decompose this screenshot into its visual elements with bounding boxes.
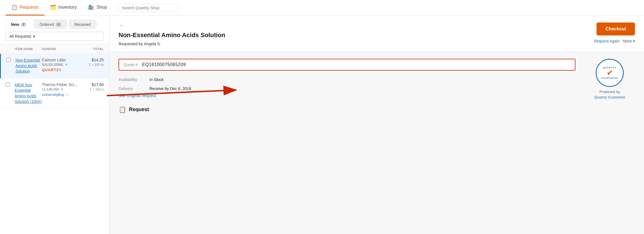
tab-new-badge: 2 <box>21 22 27 27</box>
request-section-header: 📋 Request <box>119 106 635 113</box>
col-name-header: ITEM NAME <box>15 46 42 51</box>
delivery-field: Delivery Receive by Dec 6, 2018 <box>119 84 575 93</box>
quartzy-guarantee-link[interactable]: Quartzy Guarantee <box>594 95 625 99</box>
col-vendor-header: VENDOR <box>42 46 81 51</box>
filter-section: All Requests ▾ <box>0 29 109 44</box>
table-header: ITEM NAME VENDOR TOTAL <box>0 44 109 54</box>
back-arrow-icon[interactable]: → <box>119 22 594 28</box>
tab-new-label: New <box>11 22 19 27</box>
quote-box: Quote # EQ18100075065209 <box>119 59 575 71</box>
nav-requests[interactable]: 📋 Requests <box>6 0 44 15</box>
row-2-total-cell: $17.00 1 × 100 n <box>81 82 104 91</box>
row-2-price: $17.00 <box>81 82 104 87</box>
request-section: 📋 Request <box>110 106 644 125</box>
availability-value: In Stock <box>149 77 164 82</box>
col-total-header: TOTAL <box>81 46 104 51</box>
see-original-link[interactable]: See Original Request <box>119 93 156 98</box>
delivery-label: Delivery <box>119 86 149 91</box>
top-nav: 📋 Requests 🗂️ Inventory 🛍️ Shop <box>0 0 644 16</box>
protected-text: Protected by <box>600 90 620 94</box>
row-2-vendor-name: Thermo Fisher Sci... <box>42 82 81 87</box>
table-row[interactable]: MEM Non Essential Amino Acids Solution (… <box>0 78 109 109</box>
row-2-qty: 1 × 100 n <box>81 87 104 91</box>
row-1-qty: 1 × 100 m <box>81 63 104 67</box>
request-again-link[interactable]: Request Again <box>594 39 620 43</box>
table-rows: Non-Essential Amino Acids Solution Caiss… <box>0 54 109 234</box>
availability-label: Availability <box>119 77 149 82</box>
row-1-checkbox-wrapper <box>6 58 15 63</box>
action-links: Request Again More ▾ <box>594 39 635 43</box>
chevron-down-icon: ▾ <box>33 34 35 39</box>
nav-requests-label: Requests <box>20 5 39 10</box>
detail-title: Non-Essential Amino Acids Solution <box>119 31 231 39</box>
row-1-name-cell: Non-Essential Amino Acids Solution <box>15 58 42 74</box>
row-1-item-name[interactable]: Non-Essential Amino Acids Solution <box>15 58 42 74</box>
row-1-price: $14.25 <box>81 58 104 62</box>
detail-side: QUARTZY ✔ GUARANTEE Protected by Quartzy… <box>584 59 635 99</box>
row-2-checkbox-wrapper <box>6 82 15 88</box>
tab-new[interactable]: New 2 <box>6 20 33 29</box>
nav-shop[interactable]: 🛍️ Shop <box>82 0 112 15</box>
external-link-icon[interactable]: ↗ <box>65 63 67 67</box>
tab-ordered-label: Ordered <box>39 22 54 27</box>
row-2-item-name[interactable]: MEM Non Essential Amino Acids Solution (… <box>15 82 42 104</box>
row-2-vendor-brand: UniversityBuy → <box>42 93 81 97</box>
requests-icon: 📋 <box>11 4 17 10</box>
row-2-name-cell: MEM Non Essential Amino Acids Solution (… <box>15 82 42 104</box>
more-dropdown[interactable]: More ▾ <box>623 39 635 43</box>
nav-inventory-label: Inventory <box>58 5 77 10</box>
requested-by: Requested by Angela S. <box>119 42 594 46</box>
row-1-vendor-name: Caisson Labs <box>42 58 81 62</box>
detail-body: Quote # EQ18100075065209 Availability In… <box>110 52 644 106</box>
checkout-button[interactable]: Checkout <box>597 22 635 35</box>
delivery-value: Receive by Dec 6, 2018 <box>149 86 191 91</box>
col-check-header <box>6 46 15 51</box>
external-link-icon-2[interactable]: ↗ <box>60 87 63 91</box>
row-1-total-cell: $14.25 1 × 100 m <box>81 58 104 67</box>
badge-bottom-text: GUARANTEE <box>601 77 618 79</box>
row-1-checkbox[interactable] <box>6 58 11 62</box>
filter-label: All Requests <box>9 34 31 39</box>
detail-fields: Availability In Stock Delivery Receive b… <box>119 75 575 93</box>
detail-main: Quote # EQ18100075065209 Availability In… <box>119 59 575 99</box>
inventory-icon: 🗂️ <box>50 4 56 10</box>
left-panel: New 2 Ordered 4 Received All Requests ▾ … <box>0 16 110 234</box>
quote-label: Quote # <box>124 62 138 67</box>
right-panel: → Non-Essential Amino Acids Solution Req… <box>110 16 644 234</box>
table-row[interactable]: Non-Essential Amino Acids Solution Caiss… <box>0 54 109 78</box>
row-1-vendor-brand: QUARTZY <box>42 68 81 72</box>
requester-name: Angela S. <box>144 42 161 46</box>
row-1-vendor-sku: NAL03-100ML ↗ <box>42 63 81 67</box>
search-input[interactable] <box>117 4 179 12</box>
quote-value: EQ18100075065209 <box>142 62 186 67</box>
tab-ordered[interactable]: Ordered 4 <box>34 20 68 29</box>
detail-header-right: Checkout Request Again More ▾ <box>594 22 635 43</box>
row-2-checkbox[interactable] <box>6 82 10 87</box>
shop-icon: 🛍️ <box>88 4 94 10</box>
row-1-vendor-cell: Caisson Labs NAL03-100ML ↗ QUARTZY <box>42 58 81 72</box>
detail-header: → Non-Essential Amino Acids Solution Req… <box>110 16 644 52</box>
quartzy-badge: QUARTZY ✔ GUARANTEE <box>596 59 624 87</box>
tab-received[interactable]: Received <box>69 20 98 29</box>
row-2-vendor-sku: 11-140-050 ↗ <box>42 87 81 91</box>
nav-shop-label: Shop <box>96 5 107 10</box>
request-section-title: Request <box>129 107 149 112</box>
main-content: New 2 Ordered 4 Received All Requests ▾ … <box>0 16 644 234</box>
badge-check-icon: ✔ <box>607 69 613 77</box>
detail-header-left: → Non-Essential Amino Acids Solution Req… <box>119 22 594 46</box>
nav-inventory[interactable]: 🗂️ Inventory <box>44 0 83 15</box>
filter-dropdown[interactable]: All Requests ▾ <box>6 32 104 41</box>
row-2-vendor-cell: Thermo Fisher Sci... 11-140-050 ↗ Univer… <box>42 82 81 97</box>
request-icon: 📋 <box>119 106 126 113</box>
tab-received-label: Received <box>74 22 91 27</box>
tab-ordered-badge: 4 <box>56 22 62 27</box>
tabs-container: New 2 Ordered 4 Received <box>0 16 109 29</box>
availability-field: Availability In Stock <box>119 75 575 84</box>
